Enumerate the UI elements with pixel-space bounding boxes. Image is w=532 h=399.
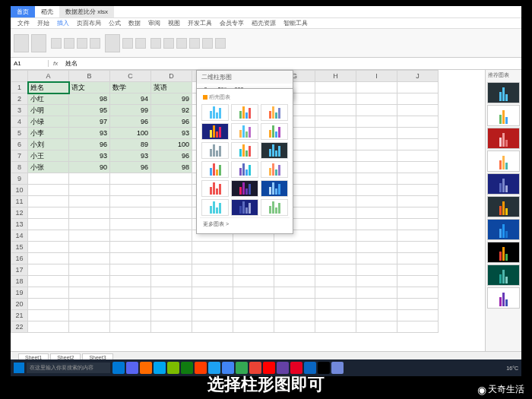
cell[interactable]	[315, 173, 356, 185]
cell[interactable]	[151, 173, 192, 185]
cell[interactable]	[69, 321, 110, 333]
row-header[interactable]: 22	[11, 321, 28, 333]
column-header[interactable]: J	[397, 71, 439, 82]
cell[interactable]	[315, 150, 356, 162]
cell[interactable]	[110, 310, 151, 321]
cell[interactable]	[397, 230, 439, 242]
ribbon-btn[interactable]	[215, 38, 226, 49]
cell[interactable]	[110, 230, 151, 242]
cell[interactable]	[397, 264, 439, 276]
fx-icon[interactable]: fx	[49, 60, 62, 67]
cell[interactable]	[356, 82, 397, 93]
menu-item[interactable]: 审阅	[144, 19, 164, 27]
cell[interactable]	[110, 276, 151, 287]
cell[interactable]	[356, 276, 397, 287]
chart-thumb[interactable]	[261, 161, 288, 178]
cell[interactable]	[151, 276, 192, 287]
chart-thumb[interactable]	[261, 199, 288, 216]
chart-thumb[interactable]	[261, 104, 288, 121]
cell[interactable]	[151, 230, 192, 242]
cell[interactable]	[315, 93, 356, 105]
chart-thumb[interactable]	[487, 242, 520, 263]
cell[interactable]: 98	[69, 93, 110, 105]
chart-thumb[interactable]	[261, 180, 288, 197]
cell[interactable]	[274, 310, 315, 321]
cell[interactable]: 小李	[28, 128, 69, 139]
cell[interactable]: 小王	[28, 150, 69, 162]
cell[interactable]	[69, 173, 110, 185]
cell[interactable]: 94	[110, 93, 151, 105]
cell[interactable]: 92	[151, 105, 192, 116]
cell[interactable]	[151, 196, 192, 207]
cell[interactable]: 小绿	[28, 116, 69, 128]
cell[interactable]	[356, 162, 397, 173]
cell[interactable]	[192, 264, 233, 276]
cell[interactable]	[233, 242, 274, 253]
cell[interactable]	[69, 299, 110, 310]
cell[interactable]	[192, 321, 233, 333]
cell[interactable]	[233, 264, 274, 276]
cell[interactable]: 小张	[28, 162, 69, 173]
cell[interactable]	[315, 139, 356, 150]
cell[interactable]	[397, 207, 439, 219]
row-header[interactable]: 6	[11, 139, 28, 150]
chart-thumb[interactable]	[231, 161, 258, 178]
taskbar-app-icon[interactable]	[304, 362, 316, 374]
row-header[interactable]: 18	[11, 276, 28, 287]
cell[interactable]	[192, 253, 233, 264]
cell[interactable]	[397, 82, 439, 93]
row-header[interactable]: 7	[11, 150, 28, 162]
cell[interactable]	[315, 230, 356, 242]
cell[interactable]	[315, 105, 356, 116]
cell[interactable]	[315, 162, 356, 173]
chart-thumb[interactable]	[231, 199, 258, 216]
taskbar-app-icon[interactable]	[331, 362, 344, 374]
cell[interactable]	[28, 253, 69, 264]
cell[interactable]	[397, 128, 439, 139]
row-header[interactable]: 14	[11, 230, 28, 242]
menu-item[interactable]: 开发工具	[184, 19, 216, 27]
cell[interactable]	[151, 264, 192, 276]
cell[interactable]	[69, 264, 110, 276]
cell[interactable]	[274, 299, 315, 310]
cell[interactable]	[397, 287, 439, 299]
taskbar-app-icon[interactable]	[318, 362, 330, 374]
cell[interactable]	[151, 321, 192, 333]
row-header[interactable]: 9	[11, 173, 28, 185]
chart-thumb[interactable]	[231, 104, 258, 121]
cell[interactable]	[151, 185, 192, 196]
cell[interactable]	[28, 310, 69, 321]
cell[interactable]: 93	[69, 150, 110, 162]
cell[interactable]	[356, 242, 397, 253]
chart-thumb[interactable]	[231, 180, 258, 197]
cell[interactable]	[233, 253, 274, 264]
chart-thumb[interactable]	[201, 123, 229, 140]
cell[interactable]	[397, 321, 439, 333]
chart-thumb[interactable]	[487, 219, 520, 240]
cell[interactable]	[69, 253, 110, 264]
cell[interactable]: 96	[110, 162, 151, 173]
cell[interactable]	[28, 287, 69, 299]
cell[interactable]	[397, 196, 439, 207]
cell[interactable]	[151, 253, 192, 264]
cell[interactable]: 89	[110, 139, 151, 150]
taskbar-search[interactable]: 在这里输入你要搜索的内容	[27, 363, 110, 373]
cell[interactable]	[233, 287, 274, 299]
ribbon-btn[interactable]	[176, 38, 187, 49]
ribbon-btn[interactable]	[189, 38, 200, 49]
ribbon-btn[interactable]	[77, 38, 87, 49]
cell[interactable]	[356, 230, 397, 242]
cell[interactable]: 语文	[69, 82, 110, 93]
cell[interactable]: 97	[69, 116, 110, 128]
cell[interactable]: 93	[69, 128, 110, 139]
cell[interactable]	[356, 173, 397, 185]
menu-item[interactable]: 视图	[164, 19, 184, 27]
cell[interactable]	[69, 287, 110, 299]
chart-thumb[interactable]	[201, 180, 229, 197]
cell[interactable]	[151, 242, 192, 253]
ribbon-btn[interactable]	[163, 38, 174, 49]
cell[interactable]	[315, 242, 356, 253]
cell[interactable]	[69, 219, 110, 230]
cell[interactable]	[233, 299, 274, 310]
taskbar-app-icon[interactable]	[167, 362, 179, 374]
